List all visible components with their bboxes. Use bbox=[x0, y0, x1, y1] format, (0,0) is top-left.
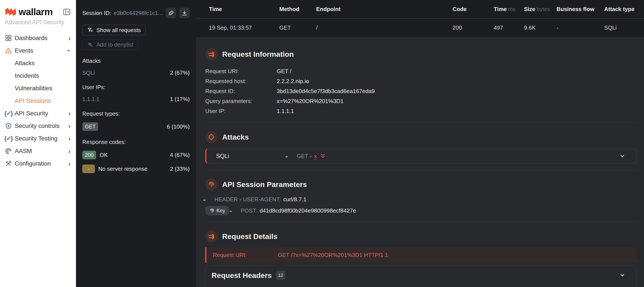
session-parameter-row: HEADER › USER-AGENT: curl/8.7.1 bbox=[205, 196, 637, 203]
method-badge: GET bbox=[82, 122, 98, 131]
request-type-stat-row: GET 6 (100%) bbox=[82, 122, 190, 131]
double-chevron-down-icon bbox=[320, 153, 326, 159]
add-to-denylist-button[interactable]: Add to denylist bbox=[82, 39, 138, 50]
chevron-right-icon: › bbox=[68, 160, 70, 167]
wallarm-logo-icon bbox=[5, 7, 16, 17]
grid-icon bbox=[4, 35, 12, 41]
request-details-header: ⇉ Request Details bbox=[205, 230, 637, 242]
sidebar-item-api-security[interactable]: {✓} API Security › bbox=[0, 107, 76, 120]
section-title: Request Details bbox=[222, 232, 278, 241]
session-id-value: e3b0c44298fc1c1... bbox=[114, 10, 163, 16]
attack-parameter-link[interactable]: x bbox=[314, 153, 317, 160]
response-code-stat-row: - No server response 2 (33%) bbox=[82, 165, 190, 173]
request-information-header: ⇉ Request Information bbox=[205, 48, 637, 60]
user-ips-group-title: User IPs: bbox=[82, 84, 190, 91]
section-title: API Session Parameters bbox=[222, 180, 307, 189]
swirl-icon bbox=[4, 148, 12, 155]
chevron-right-icon: › bbox=[68, 135, 70, 142]
key-badge: Key bbox=[205, 206, 229, 215]
sidebar-item-attacks[interactable]: Attacks bbox=[0, 57, 76, 69]
braces-check-icon: {✓} bbox=[4, 110, 12, 117]
sidebar-item-events[interactable]: Events › bbox=[0, 44, 76, 57]
headers-count-badge: 12 bbox=[276, 271, 285, 280]
session-id-label: Session ID: bbox=[82, 10, 111, 16]
filter-x-icon bbox=[87, 27, 93, 33]
divider bbox=[205, 222, 637, 222]
sidebar-item-api-sessions[interactable]: API Sessions bbox=[0, 95, 76, 107]
sidebar-item-security-testing[interactable]: {✓} Security Testing › bbox=[0, 132, 76, 145]
braces-check-icon: {✓} bbox=[4, 135, 12, 142]
copy-link-button[interactable] bbox=[166, 8, 176, 18]
logo-row: wallarm bbox=[0, 0, 76, 17]
tools-icon bbox=[4, 160, 12, 167]
logo-text: wallarm bbox=[18, 6, 52, 17]
attacks-group-title: Attacks bbox=[82, 57, 190, 64]
app-subtitle: Advanced API Security bbox=[0, 17, 76, 26]
warning-triangle-icon bbox=[4, 47, 12, 54]
requests-table: Time Method Endpoint Code Timems Sizebyt… bbox=[196, 0, 644, 37]
expand-chevron-icon[interactable] bbox=[619, 153, 626, 159]
sidebar-item-security-controls[interactable]: Security controls › bbox=[0, 120, 76, 132]
fingerprint-icon bbox=[205, 178, 218, 191]
download-button[interactable] bbox=[179, 8, 190, 18]
request-details-panel: ⇉ Request Information Request URI:GET / … bbox=[196, 37, 644, 287]
chevron-right-icon: › bbox=[68, 35, 70, 41]
divider bbox=[205, 170, 637, 170]
sidebar: wallarm Advanced API Security Dashboards… bbox=[0, 0, 76, 287]
collapse-sidebar-icon[interactable] bbox=[62, 7, 71, 16]
chevron-right-icon: › bbox=[68, 110, 70, 117]
sidebar-item-vulnerabilities[interactable]: Vulnerabilities bbox=[0, 82, 76, 95]
requests-table-header: Time Method Endpoint Code Timems Sizebyt… bbox=[196, 0, 644, 19]
fingerprint-icon bbox=[209, 208, 215, 213]
sidebar-nav: Dashboards › Events › Attacks Incidents … bbox=[0, 32, 76, 170]
double-arrow-right-icon: ⇉ bbox=[205, 48, 218, 60]
sidebar-item-aasm[interactable]: AASM › bbox=[0, 145, 76, 157]
user-ip-stat-row: 1.1.1.1 1 (17%) bbox=[82, 96, 190, 103]
malicious-request-uri-row: Request URI: GET /?x=%27%20OR%201%3D1 HT… bbox=[205, 247, 637, 263]
sidebar-item-dashboards[interactable]: Dashboards › bbox=[0, 32, 76, 44]
attack-stat-row: SQLi 2 (67%) bbox=[82, 69, 190, 76]
sqli-attack-card[interactable]: SQLi GET › x bbox=[205, 149, 637, 163]
session-parameter-rows: HEADER › USER-AGENT: curl/8.7.1 Key POST… bbox=[205, 196, 637, 215]
chevron-right-icon: › bbox=[68, 122, 70, 129]
session-parameter-row: Key POST: d41d8cd98f00b204e9800998ecf842… bbox=[205, 206, 637, 215]
divider bbox=[205, 122, 637, 123]
attacks-section-header: Attacks bbox=[205, 131, 637, 143]
section-title: Attacks bbox=[222, 133, 249, 141]
chevron-down-icon: › bbox=[66, 49, 73, 52]
request-information-fields: Request URI:GET / Requested host:2.2.2.2… bbox=[205, 66, 637, 116]
fingerprint-off-icon bbox=[87, 41, 93, 48]
shield-bolt-icon bbox=[4, 122, 12, 129]
api-session-parameters-header: API Session Parameters bbox=[205, 178, 637, 191]
sidebar-item-incidents[interactable]: Incidents bbox=[0, 69, 76, 82]
double-arrow-right-icon: ⇉ bbox=[205, 230, 218, 242]
target-icon bbox=[205, 131, 218, 143]
response-code-stat-row: 200 OK 4 (67%) bbox=[82, 151, 190, 159]
show-all-requests-button[interactable]: Show all requests bbox=[82, 25, 146, 35]
request-headers-card[interactable]: Request Headers 12 bbox=[205, 265, 637, 287]
request-types-group-title: Request types: bbox=[82, 110, 190, 117]
session-panel: Session ID: e3b0c44298fc1c1... Show all … bbox=[76, 0, 196, 287]
response-codes-group-title: Response codes: bbox=[82, 139, 190, 145]
sidebar-item-configuration[interactable]: Configuration › bbox=[0, 157, 76, 170]
chevron-right-icon: › bbox=[68, 148, 70, 155]
expand-chevron-icon[interactable] bbox=[619, 272, 626, 279]
section-title: Request Information bbox=[222, 50, 294, 58]
request-headers-title: Request Headers bbox=[212, 271, 272, 280]
request-row[interactable]: 19 Sep, 01:33:57 GET / 200 497 9.6K - SQ… bbox=[196, 19, 644, 37]
status-none-badge: - bbox=[82, 165, 95, 173]
status-200-badge: 200 bbox=[82, 151, 96, 159]
